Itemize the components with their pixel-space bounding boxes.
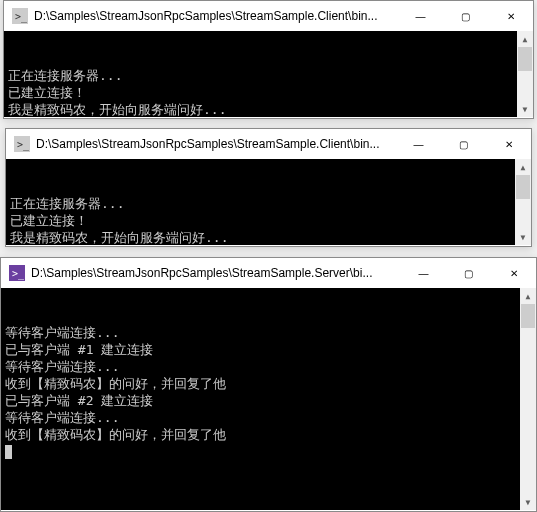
scroll-up-icon[interactable]: ▲ [517,31,533,47]
console-line: 我是精致码农，开始向服务端问好... [10,229,527,245]
window-title: D:\Samples\StreamJsonRpcSamples\StreamSa… [31,266,401,280]
console-window-server[interactable]: >_ D:\Samples\StreamJsonRpcSamples\Strea… [0,257,537,512]
console-line: 已建立连接！ [10,212,527,229]
console-line: 正在连接服务器... [8,67,529,84]
scrollbar[interactable]: ▲ ▼ [517,31,533,117]
close-button[interactable]: ✕ [491,258,536,288]
minimize-button[interactable]: — [398,1,443,31]
scroll-thumb[interactable] [516,175,530,199]
scroll-up-icon[interactable]: ▲ [520,288,536,304]
scroll-down-icon[interactable]: ▼ [520,494,536,510]
console-app-icon: >_ [12,8,28,24]
console-app-icon: >_ [9,265,25,281]
console-line: 已建立连接！ [8,84,529,101]
window-controls: — ▢ ✕ [401,258,536,288]
console-line: 已与客户端 #1 建立连接 [5,341,532,358]
titlebar[interactable]: >_ D:\Samples\StreamJsonRpcSamples\Strea… [1,258,536,288]
console-line: 正在连接服务器... [10,195,527,212]
scroll-down-icon[interactable]: ▼ [517,101,533,117]
window-controls: — ▢ ✕ [396,129,531,159]
titlebar[interactable]: >_ D:\Samples\StreamJsonRpcSamples\Strea… [4,1,533,31]
close-button[interactable]: ✕ [488,1,533,31]
scrollbar[interactable]: ▲ ▼ [520,288,536,510]
scroll-up-icon[interactable]: ▲ [515,159,531,175]
maximize-button[interactable]: ▢ [443,1,488,31]
console-output: 等待客户端连接...已与客户端 #1 建立连接等待客户端连接...收到【精致码农… [1,288,536,510]
scroll-thumb[interactable] [518,47,532,71]
console-line: 等待客户端连接... [5,358,532,375]
console-output: 正在连接服务器...已建立连接！我是精致码农，开始向服务端问好...来自服务端的… [6,159,531,245]
console-line: 收到【精致码农】的问好，并回复了他 [5,426,532,443]
console-window-client-1[interactable]: >_ D:\Samples\StreamJsonRpcSamples\Strea… [3,0,534,119]
console-window-client-2[interactable]: >_ D:\Samples\StreamJsonRpcSamples\Strea… [5,128,532,247]
console-line: 我是精致码农，开始向服务端问好... [8,101,529,117]
console-line: 等待客户端连接... [5,409,532,426]
cursor [5,445,12,459]
maximize-button[interactable]: ▢ [446,258,491,288]
svg-text:>_: >_ [12,268,25,280]
minimize-button[interactable]: — [396,129,441,159]
console-line [5,443,532,460]
console-line: 等待客户端连接... [5,324,532,341]
maximize-button[interactable]: ▢ [441,129,486,159]
minimize-button[interactable]: — [401,258,446,288]
console-output: 正在连接服务器...已建立连接！我是精致码农，开始向服务端问好...来自服务端的… [4,31,533,117]
console-app-icon: >_ [14,136,30,152]
window-title: D:\Samples\StreamJsonRpcSamples\StreamSa… [34,9,398,23]
console-line: 已与客户端 #2 建立连接 [5,392,532,409]
scroll-thumb[interactable] [521,304,535,328]
scroll-down-icon[interactable]: ▼ [515,229,531,245]
console-line: 收到【精致码农】的问好，并回复了他 [5,375,532,392]
svg-text:>_: >_ [17,139,30,151]
close-button[interactable]: ✕ [486,129,531,159]
window-title: D:\Samples\StreamJsonRpcSamples\StreamSa… [36,137,396,151]
titlebar[interactable]: >_ D:\Samples\StreamJsonRpcSamples\Strea… [6,129,531,159]
scrollbar[interactable]: ▲ ▼ [515,159,531,245]
svg-text:>_: >_ [15,11,28,23]
window-controls: — ▢ ✕ [398,1,533,31]
